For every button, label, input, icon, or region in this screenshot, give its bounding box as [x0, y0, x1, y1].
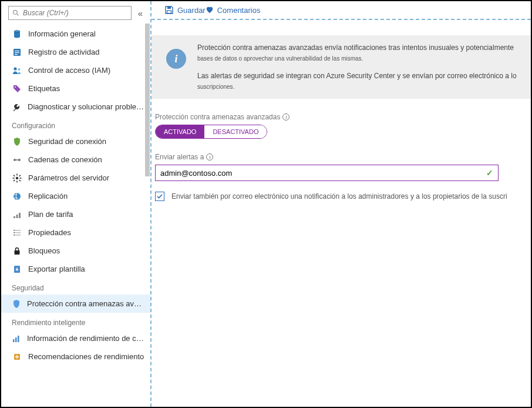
- heart-icon: [206, 6, 214, 14]
- alerts-email-input[interactable]: [160, 169, 486, 178]
- alerts-email-wrapper[interactable]: ✓: [155, 165, 499, 181]
- sidebar-section-config: Configuración: [1, 116, 150, 132]
- sidebar-item-label: Propiedades: [28, 228, 71, 237]
- sidebar-item-label: Recomendaciones de rendimiento: [28, 352, 144, 361]
- properties-icon: [12, 228, 22, 238]
- sidebar-item-connection-strings[interactable]: Cadenas de conexión: [1, 151, 150, 169]
- sidebar-item-label: Información general: [28, 29, 96, 38]
- activity-log-icon: [12, 48, 22, 57]
- search-input[interactable]: [23, 9, 127, 17]
- svg-rect-29: [14, 232, 15, 233]
- info-banner: i Protección contra amenazas avanzadas e…: [151, 35, 531, 99]
- scrollbar-thumb[interactable]: [145, 24, 150, 176]
- sidebar-item-activity-log[interactable]: Registro de actividad: [1, 43, 150, 61]
- sidebar-item-label: Exportar plantilla: [28, 265, 85, 273]
- sidebar-item-label: Diagnosticar y solucionar problemas: [28, 102, 144, 111]
- svg-rect-31: [14, 235, 15, 236]
- sidebar-section-security: Seguridad: [1, 278, 150, 295]
- sidebar-item-perf-recommendations[interactable]: Recomendaciones de rendimiento: [1, 347, 150, 366]
- sidebar-item-label: Seguridad de conexión: [28, 137, 106, 146]
- search-input-wrapper[interactable]: [8, 6, 132, 20]
- svg-rect-32: [16, 235, 21, 236]
- wrench-icon: [12, 102, 22, 112]
- iam-icon: [12, 66, 22, 75]
- info-icon-wrapper: i: [160, 42, 193, 75]
- main-panel: Guardar Comentarios i Protección contra …: [151, 1, 531, 407]
- svg-rect-26: [19, 213, 21, 218]
- sidebar-item-properties[interactable]: Propiedades: [1, 223, 150, 242]
- atp-toggle[interactable]: ACTIVADO DESACTIVADO: [155, 125, 267, 139]
- sidebar-item-label: Bloqueos: [28, 246, 60, 255]
- sidebar-item-iam[interactable]: Control de acceso (IAM): [1, 61, 150, 79]
- sidebar-item-label: Replicación: [28, 192, 68, 200]
- pricing-icon: [12, 210, 22, 219]
- svg-rect-37: [18, 336, 19, 342]
- svg-line-1: [17, 14, 19, 16]
- svg-point-23: [14, 193, 21, 200]
- banner-line1: Protección contra amenazas avanzadas env…: [197, 44, 514, 52]
- sidebar-item-query-perf-insight[interactable]: Información de rendimiento de consultas: [1, 329, 150, 347]
- svg-rect-19: [13, 175, 15, 176]
- save-button[interactable]: Guardar: [164, 5, 206, 15]
- svg-rect-20: [19, 179, 21, 181]
- shield-alert-icon: [12, 299, 21, 309]
- export-icon: [12, 265, 22, 274]
- svg-rect-30: [16, 232, 21, 233]
- svg-rect-18: [20, 178, 22, 179]
- info-hint-icon[interactable]: i: [282, 113, 289, 121]
- svg-rect-36: [15, 337, 17, 342]
- sidebar-item-pricing-tier[interactable]: Plan de tarifa: [1, 205, 150, 223]
- search-icon: [12, 9, 19, 16]
- save-icon: [164, 5, 174, 15]
- svg-rect-28: [16, 230, 21, 231]
- sidebar-item-server-parameters[interactable]: Parámetros del servidor: [1, 169, 150, 187]
- globe-icon: [12, 192, 22, 201]
- banner-line1b: bases de datos o aprovechar una vulnerab…: [197, 55, 363, 62]
- comments-label: Comentarios: [217, 6, 261, 15]
- svg-rect-17: [13, 178, 15, 179]
- svg-point-8: [14, 67, 16, 70]
- svg-rect-5: [15, 51, 19, 51]
- sidebar-item-label: Plan de tarifa: [28, 210, 73, 219]
- banner-line2: Las alertas de seguridad se integran con…: [197, 72, 517, 80]
- sidebar-item-overview[interactable]: Información general: [1, 25, 150, 43]
- svg-point-14: [16, 176, 18, 179]
- also-email-label: Enviar también por correo electrónico un…: [171, 192, 507, 200]
- sidebar-scrollbar[interactable]: [144, 24, 150, 407]
- gear-icon: [12, 173, 22, 183]
- sidebar-item-connection-security[interactable]: Seguridad de conexión: [1, 132, 150, 151]
- sidebar-item-atp[interactable]: Protección contra amenazas avanzadas ...: [1, 295, 150, 313]
- svg-rect-7: [15, 54, 18, 55]
- sidebar-item-label: Registro de actividad: [28, 48, 99, 56]
- sidebar-item-replication[interactable]: Replicación: [1, 187, 150, 205]
- sidebar-item-label: Etiquetas: [28, 84, 60, 93]
- svg-rect-40: [167, 11, 171, 14]
- banner-line2b: suscripciones.: [197, 83, 234, 90]
- sidebar: « Información general Registro de activi…: [1, 1, 151, 407]
- sidebar-item-tags[interactable]: Etiquetas: [1, 79, 150, 98]
- svg-rect-16: [16, 180, 18, 182]
- svg-rect-15: [16, 173, 18, 175]
- info-icon: i: [166, 49, 186, 69]
- alerts-label: Enviar alertas a i: [155, 153, 531, 161]
- connection-icon: [12, 155, 22, 165]
- atp-toggle-on[interactable]: ACTIVADO: [156, 125, 204, 138]
- svg-point-10: [15, 86, 16, 88]
- svg-rect-27: [14, 230, 15, 231]
- comments-button[interactable]: Comentarios: [206, 6, 261, 15]
- svg-rect-33: [15, 250, 20, 255]
- sidebar-item-diagnose[interactable]: Diagnosticar y solucionar problemas: [1, 98, 150, 116]
- sidebar-item-locks[interactable]: Bloqueos: [1, 242, 150, 260]
- svg-rect-6: [15, 52, 19, 53]
- sidebar-item-export-template[interactable]: Exportar plantilla: [1, 260, 150, 278]
- collapse-sidebar-button[interactable]: «: [135, 8, 146, 18]
- database-icon: [12, 29, 22, 39]
- lock-icon: [12, 246, 22, 256]
- valid-check-icon: ✓: [486, 168, 493, 178]
- toolbar: Guardar Comentarios: [151, 1, 531, 20]
- svg-point-9: [18, 68, 21, 71]
- atp-toggle-off[interactable]: DESACTIVADO: [204, 125, 267, 138]
- also-email-checkbox[interactable]: [155, 192, 164, 201]
- info-hint-icon[interactable]: i: [206, 153, 213, 160]
- sidebar-item-label: Control de acceso (IAM): [28, 66, 110, 75]
